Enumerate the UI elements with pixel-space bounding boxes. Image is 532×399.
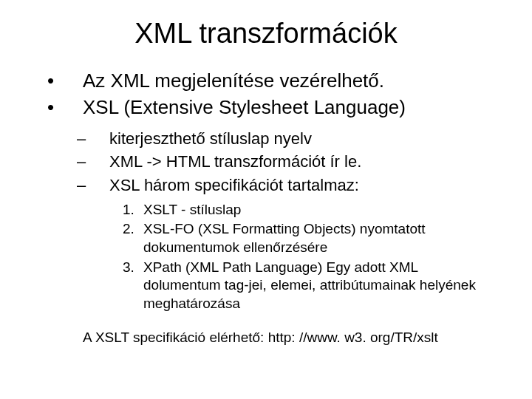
bullet-icon: • — [47, 69, 83, 94]
list-item: – XSL három specifikációt tartalmaz: — [77, 174, 505, 197]
list-item: • Az XML megjelenítése vezérelhető. — [47, 69, 505, 94]
footer-text: A XSLT specifikáció elérhető: http: //ww… — [27, 330, 505, 346]
list-item: • XSL (Extensive Stylesheet Language) — [47, 95, 505, 120]
list-item-text: XML -> HTML transzformációt ír le. — [109, 151, 361, 173]
list-item-text: Az XML megjelenítése vezérelhető. — [83, 69, 384, 94]
level2-list: – kiterjeszthető stíluslap nyelv – XML -… — [27, 128, 505, 197]
list-item: – XML -> HTML transzformációt ír le. — [77, 151, 505, 173]
list-item-text: kiterjeszthető stíluslap nyelv — [109, 128, 312, 150]
list-item: 2. XSL-FO (XSL Formatting Objects) nyomt… — [123, 220, 491, 256]
bullet-icon: • — [47, 95, 83, 120]
list-item-text: XSL három specifikációt tartalmaz: — [109, 174, 359, 197]
list-item: 3. XPath (XML Path Language) Egy adott X… — [123, 259, 491, 313]
list-item-text: XSLT - stíluslap — [143, 201, 241, 219]
list-item: 1. XSLT - stíluslap — [123, 201, 491, 219]
list-item-text: XPath (XML Path Language) Egy adott XML … — [143, 259, 491, 313]
level1-list: • Az XML megjelenítése vezérelhető. • XS… — [27, 69, 505, 120]
dash-icon: – — [77, 151, 109, 173]
slide-title: XML transzformációk — [27, 18, 505, 50]
number-icon: 1. — [123, 201, 143, 219]
dash-icon: – — [77, 174, 109, 197]
list-item-text: XSL (Extensive Stylesheet Language) — [83, 95, 406, 120]
dash-icon: – — [77, 128, 109, 150]
number-icon: 2. — [123, 220, 143, 256]
list-item: – kiterjeszthető stíluslap nyelv — [77, 128, 505, 150]
number-icon: 3. — [123, 259, 143, 313]
list-item-text: XSL-FO (XSL Formatting Objects) nyomtato… — [143, 220, 491, 256]
slide: XML transzformációk • Az XML megjeleníté… — [0, 0, 532, 399]
level3-list: 1. XSLT - stíluslap 2. XSL-FO (XSL Forma… — [27, 201, 505, 313]
